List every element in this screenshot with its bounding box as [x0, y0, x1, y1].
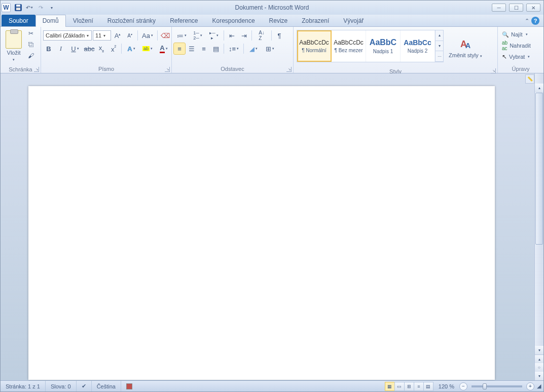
tab-mailings[interactable]: Korespondence [205, 15, 262, 26]
tab-home[interactable]: Domů [35, 15, 66, 26]
status-page[interactable]: Stránka: 1 z 1 [1, 381, 46, 391]
zoom-out-button[interactable]: − [459, 382, 467, 390]
underline-button[interactable]: U▾ [67, 43, 83, 54]
line-spacing-button[interactable]: ↕≡▾ [226, 43, 241, 54]
bold-button[interactable]: B [43, 43, 54, 54]
vertical-scrollbar[interactable]: ▴ ▾ ▴ ○ ▾ [534, 73, 543, 380]
minimize-button[interactable]: ─ [492, 4, 506, 12]
style-item-3[interactable]: AaBbCcNadpis 2 [401, 30, 435, 62]
status-macro[interactable] [121, 381, 137, 391]
paste-button[interactable]: Vložit▾ [3, 28, 25, 64]
group-font: Calibri (Základn▾ 11▾ A▴ A▾ Aa▾ ⌫ B I U▾… [41, 27, 172, 73]
scroll-up-button[interactable]: ▴ [535, 84, 543, 92]
find-button[interactable]: 🔍Najít▾ [500, 29, 530, 40]
justify-button[interactable]: ▤ [210, 43, 222, 54]
gallery-down[interactable]: ▾ [435, 41, 443, 52]
draft-view-button[interactable]: ▤ [423, 382, 433, 391]
redo-button[interactable]: ↷ [35, 3, 46, 13]
scroll-thumb[interactable] [535, 93, 543, 245]
sort-button[interactable]: A↓Z [254, 30, 269, 41]
paragraph-dialog-launcher[interactable]: ↘ [286, 67, 292, 72]
subscript-button[interactable]: x₂ [96, 43, 107, 54]
cut-button[interactable]: ✂ [26, 28, 36, 38]
styles-dialog-launcher[interactable]: ↘ [491, 68, 496, 73]
copy-button[interactable]: ⿻ [26, 40, 36, 50]
grow-font-button[interactable]: A▴ [112, 30, 123, 41]
qat-customize-button[interactable]: ▾ [47, 3, 57, 13]
prev-page-button[interactable]: ▴ [535, 355, 543, 363]
clipboard-dialog-launcher[interactable]: ↘ [34, 67, 39, 72]
file-tab[interactable]: Soubor [2, 15, 35, 26]
select-button[interactable]: ↖Vybrat▾ [500, 51, 532, 62]
font-dialog-launcher[interactable]: ↘ [165, 67, 170, 72]
bullets-button[interactable]: ≔▾ [174, 30, 189, 41]
next-page-button[interactable]: ▾ [535, 372, 543, 380]
change-styles-button[interactable]: AA Změnit styly ▾ [446, 30, 485, 65]
decrease-indent-button[interactable]: ⇤ [226, 30, 237, 41]
font-name-combo[interactable]: Calibri (Základn▾ [43, 30, 92, 41]
pilcrow-icon: ¶ [278, 32, 281, 40]
borders-button[interactable]: ⊞▾ [262, 43, 277, 54]
shrink-font-button[interactable]: A▾ [124, 30, 135, 41]
increase-indent-button[interactable]: ⇥ [238, 30, 249, 41]
show-marks-button[interactable]: ¶ [274, 30, 285, 41]
style-item-2[interactable]: AaBbCNadpis 1 [366, 30, 401, 62]
multilevel-icon: ▸─ ▸ [209, 30, 215, 41]
page[interactable] [28, 86, 495, 380]
word-logo-icon[interactable]: W [2, 3, 11, 12]
align-center-button[interactable]: ☰ [186, 43, 197, 54]
scroll-down-button[interactable]: ▾ [535, 346, 543, 355]
outline-view-button[interactable]: ≡ [414, 382, 424, 391]
fullscreen-reading-view-button[interactable]: ▭ [394, 382, 405, 391]
print-layout-view-button[interactable]: ▦ [385, 382, 395, 391]
status-words[interactable]: Slova: 0 [46, 381, 77, 391]
maximize-button[interactable]: ☐ [509, 4, 523, 12]
font-color-button[interactable]: A▾ [156, 43, 171, 54]
font-size-combo[interactable]: 11▾ [93, 30, 111, 41]
gallery-more[interactable]: ⋯ [435, 51, 443, 62]
tab-layout[interactable]: Rozložení stránky [100, 15, 163, 26]
tab-view[interactable]: Zobrazení [295, 15, 336, 26]
style-item-1[interactable]: AaBbCcDc¶ Bez mezer [332, 30, 366, 62]
help-button[interactable]: ? [531, 17, 539, 25]
multilevel-button[interactable]: ▸─ ▸▾ [206, 30, 222, 41]
clear-formatting-button[interactable]: ⌫ [160, 30, 171, 41]
tab-references[interactable]: Reference [163, 15, 205, 26]
change-case-button[interactable]: Aa▾ [140, 30, 155, 41]
italic-button[interactable]: I [55, 43, 66, 54]
tab-review[interactable]: Revize [262, 15, 295, 26]
close-button[interactable]: ✕ [526, 4, 540, 12]
style-preview: AaBbCcDc [299, 39, 329, 46]
format-painter-button[interactable]: 🖌 [26, 51, 36, 61]
replace-button[interactable]: abacNahradit [500, 40, 533, 51]
undo-button[interactable]: ↶▾ [24, 3, 34, 13]
superscript-button[interactable]: x² [108, 43, 119, 54]
browse-object-button[interactable]: ○ [535, 363, 543, 372]
resize-grip[interactable]: ◢ [534, 383, 543, 389]
zoom-level[interactable]: 120 % [439, 383, 454, 389]
align-right-button[interactable]: ≡ [198, 43, 209, 54]
minimize-ribbon-button[interactable]: ⌃ [525, 18, 529, 24]
document-canvas[interactable]: 📏 [1, 73, 534, 380]
quick-access-toolbar: W ↶▾ ↷ ▾ [2, 3, 57, 13]
ruler-toggle-button[interactable]: 📏 [525, 74, 534, 84]
save-button[interactable] [13, 3, 23, 13]
highlight-button[interactable]: ab▾ [140, 43, 155, 54]
style-item-0[interactable]: AaBbCcDc¶ Normální [297, 30, 332, 62]
shading-button[interactable]: ◢▾ [246, 43, 261, 54]
numbering-button[interactable]: 1─2─▾ [190, 30, 205, 41]
strikethrough-button[interactable]: abc [84, 43, 95, 54]
tab-insert[interactable]: Vložení [66, 15, 100, 26]
zoom-knob[interactable] [483, 383, 487, 389]
status-proofing[interactable]: ✔ [77, 381, 92, 391]
gallery-up[interactable]: ▴ [435, 30, 443, 41]
status-language[interactable]: Čeština [92, 381, 121, 391]
align-left-button[interactable]: ≡ [174, 43, 185, 54]
eraser-icon: ⌫ [161, 32, 170, 40]
zoom-slider[interactable] [472, 385, 522, 387]
text-effects-button[interactable]: A▾ [124, 43, 139, 54]
grow-font-icon: A▴ [115, 32, 121, 40]
tab-developer[interactable]: Vývojář [336, 15, 371, 26]
zoom-in-button[interactable]: + [526, 382, 534, 390]
web-layout-view-button[interactable]: ⊞ [404, 382, 414, 391]
